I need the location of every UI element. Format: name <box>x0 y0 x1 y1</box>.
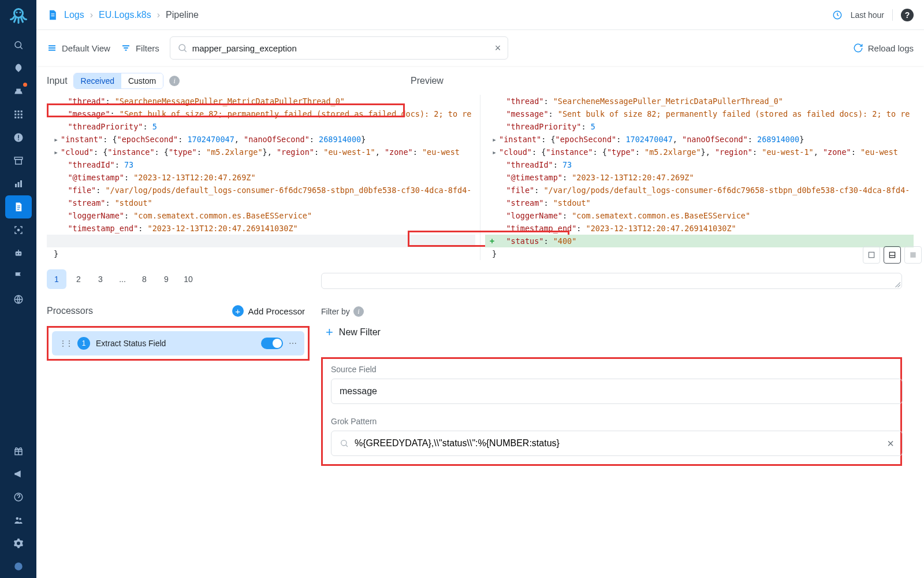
svg-rect-35 <box>51 15 55 16</box>
svg-rect-20 <box>20 180 22 187</box>
new-filter-button[interactable]: + New Filter <box>326 325 902 340</box>
pagination: 1 2 3 ... 8 9 10 <box>47 269 198 289</box>
nav-grid[interactable] <box>5 103 32 126</box>
page-10[interactable]: 10 <box>178 269 198 289</box>
breadcrumb-root[interactable]: Logs <box>64 10 84 20</box>
nav-sphere[interactable] <box>5 555 32 578</box>
nav-bot[interactable] <box>5 242 32 265</box>
svg-point-2 <box>19 12 21 13</box>
highlight-config: Source Field message × Grok Pattern × <box>321 357 902 466</box>
breadcrumb-app[interactable]: EU.Logs.k8s <box>99 10 151 20</box>
svg-point-27 <box>19 253 20 254</box>
clock-icon <box>832 10 843 20</box>
page-ellipsis: ... <box>113 269 132 289</box>
nav-ship[interactable] <box>5 80 32 103</box>
grok-pattern-input[interactable] <box>355 438 887 449</box>
nav-rocket[interactable] <box>5 57 32 80</box>
list-icon <box>47 43 57 53</box>
svg-rect-4 <box>14 110 16 112</box>
drag-handle-icon[interactable]: ⋮⋮ <box>59 339 72 348</box>
input-mode-segment: Received Custom <box>73 73 164 89</box>
reload-button[interactable]: Reload logs <box>853 43 914 53</box>
page-9[interactable]: 9 <box>157 269 176 289</box>
input-title: Input <box>47 76 68 86</box>
toolbar: Default View Filters × Reload logs <box>36 30 924 66</box>
view-collapse-icon[interactable] <box>863 246 880 264</box>
clear-icon[interactable]: × <box>887 437 894 450</box>
source-field-select[interactable]: message × <box>331 379 903 404</box>
nav-alert[interactable] <box>5 126 32 149</box>
svg-point-26 <box>16 253 17 254</box>
svg-point-41 <box>341 440 346 446</box>
time-range[interactable]: Last hour <box>851 10 884 20</box>
description-textarea[interactable] <box>321 273 902 289</box>
search-input[interactable] <box>192 43 495 53</box>
svg-rect-17 <box>15 160 21 164</box>
nav-megaphone[interactable] <box>5 462 32 486</box>
received-tab[interactable]: Received <box>74 73 121 88</box>
svg-point-32 <box>19 518 21 520</box>
svg-rect-21 <box>17 206 20 206</box>
info-icon[interactable]: i <box>353 306 364 317</box>
preview-title: Preview <box>411 76 444 86</box>
info-icon[interactable]: i <box>169 76 180 86</box>
svg-point-0 <box>14 9 23 18</box>
breadcrumb-current: Pipeline <box>166 10 199 20</box>
svg-point-24 <box>17 229 19 231</box>
view-split-icon[interactable] <box>884 246 901 264</box>
svg-rect-39 <box>889 252 895 257</box>
processor-item[interactable]: ⋮⋮ 1 Extract Status Field ⋯ <box>52 331 304 355</box>
logo-icon <box>8 5 29 25</box>
page-8[interactable]: 8 <box>135 269 154 289</box>
view-mode-icons <box>863 246 922 264</box>
custom-tab[interactable]: Custom <box>121 73 163 88</box>
more-icon[interactable]: ⋯ <box>289 339 297 348</box>
chevron-right-icon: › <box>90 10 93 20</box>
grok-pattern-label: Grok Pattern <box>331 417 892 426</box>
add-processor-button[interactable]: + Add Processor <box>232 305 305 317</box>
processor-number: 1 <box>77 337 90 350</box>
svg-point-33 <box>14 562 23 570</box>
svg-rect-14 <box>18 135 19 139</box>
page-1[interactable]: 1 <box>47 269 66 289</box>
filters-button[interactable]: Filters <box>121 43 159 53</box>
nav-help[interactable] <box>5 486 32 509</box>
svg-point-3 <box>15 42 21 48</box>
search-box[interactable]: × <box>170 36 509 60</box>
svg-point-37 <box>179 45 185 51</box>
nav-bars[interactable] <box>5 172 32 195</box>
page-2[interactable]: 2 <box>69 269 88 289</box>
plus-icon: + <box>490 235 494 247</box>
page-3[interactable]: 3 <box>91 269 110 289</box>
help-icon[interactable]: ? <box>901 9 914 21</box>
nav-settings[interactable] <box>5 532 32 555</box>
preview-json-pane[interactable]: "thread": "SearcheneMessagePuller_Metric… <box>485 95 914 260</box>
reload-icon <box>853 43 863 53</box>
nav-team[interactable] <box>5 509 32 532</box>
default-view-button[interactable]: Default View <box>47 43 110 53</box>
plus-circle-icon: + <box>232 305 244 317</box>
divider <box>892 9 893 21</box>
svg-point-31 <box>16 517 18 520</box>
processor-toggle[interactable] <box>261 338 283 349</box>
nav-globe[interactable] <box>5 288 32 311</box>
nav-flag[interactable] <box>5 265 32 288</box>
grok-pattern-input-box[interactable]: × <box>331 431 903 456</box>
svg-rect-5 <box>17 110 19 112</box>
nav-focus[interactable] <box>5 218 32 242</box>
nav-logs[interactable] <box>5 195 32 218</box>
left-sidebar <box>0 0 36 578</box>
clear-search-icon[interactable]: × <box>495 42 501 54</box>
highlight-message-line <box>47 103 405 117</box>
svg-rect-7 <box>14 114 16 116</box>
highlight-processor: ⋮⋮ 1 Extract Status Field ⋯ <box>47 326 310 361</box>
svg-rect-10 <box>14 117 16 118</box>
search-icon <box>340 439 349 448</box>
nav-archive[interactable] <box>5 149 32 172</box>
svg-rect-9 <box>20 114 22 116</box>
nav-search[interactable] <box>5 34 32 57</box>
processors-title: Processors <box>47 306 93 316</box>
svg-rect-8 <box>17 114 19 116</box>
view-full-icon[interactable] <box>904 246 922 264</box>
nav-gift[interactable] <box>5 439 32 462</box>
